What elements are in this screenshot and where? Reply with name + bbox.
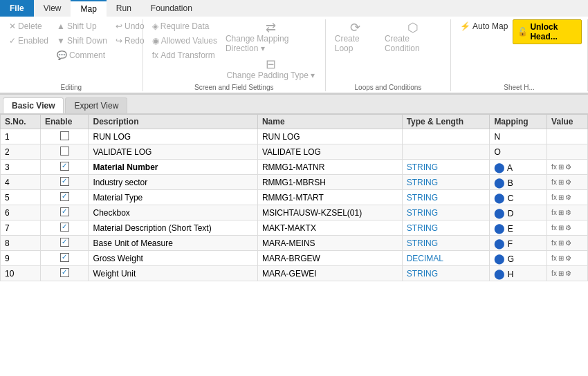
fx-icon[interactable]: fx: [551, 209, 557, 216]
enable-checkbox[interactable]: [60, 131, 69, 140]
ribbon: File View Map Run Foundation ✕ Delete ✓ …: [0, 0, 588, 95]
ribbon-group-loops: ⟳ Create Loop ⬡ Create Condition Loops a…: [326, 19, 451, 91]
fx-icon[interactable]: fx: [551, 254, 557, 262]
enable-checkbox[interactable]: [60, 147, 69, 156]
change-padding-button[interactable]: ⊟ Change Padding Type ▾: [222, 56, 320, 82]
grid-icon[interactable]: ⊞: [558, 209, 564, 216]
mapping-icon[interactable]: ⬤: [494, 177, 505, 188]
mapping-icon[interactable]: ⬤: [494, 162, 505, 173]
enable-checkbox[interactable]: [60, 192, 69, 201]
grid-icon[interactable]: ⊞: [558, 270, 564, 277]
cell-value: [547, 129, 588, 144]
data-table: S.No. Enable Description Name Type & Len…: [0, 114, 588, 281]
enable-checkbox[interactable]: [60, 268, 69, 277]
grid-icon[interactable]: ⊞: [558, 239, 564, 247]
auto-map-button[interactable]: ⚡ Auto Map: [457, 19, 511, 33]
grid-icon[interactable]: ⊞: [558, 163, 564, 171]
mapping-icon[interactable]: ⬤: [494, 207, 505, 218]
table-row: 5 Material Type RMMG1-MTART STRING ⬤ C f…: [1, 190, 588, 205]
settings-icon[interactable]: ⚙: [565, 254, 571, 262]
cell-type: STRING: [402, 220, 490, 236]
cell-sno: 6: [1, 205, 41, 220]
table-row: 7 Material Description (Short Text) MAKT…: [1, 220, 588, 236]
enable-checkbox[interactable]: [60, 223, 69, 232]
sheet-items: ⚡ Auto Map 🔓 Unlock Head...: [457, 19, 582, 44]
comment-button[interactable]: 💬 Comment: [53, 48, 111, 62]
settings-icon[interactable]: ⚙: [565, 270, 571, 277]
cell-enable[interactable]: [40, 190, 89, 205]
settings-icon[interactable]: ⚙: [565, 224, 571, 232]
require-data-button[interactable]: ◈ Require Data: [149, 19, 221, 33]
tab-map[interactable]: Map: [71, 0, 106, 17]
enable-checkbox[interactable]: [60, 177, 69, 186]
cell-enable[interactable]: [40, 175, 89, 190]
cell-enable[interactable]: [40, 266, 89, 281]
tab-run[interactable]: Run: [107, 0, 141, 17]
mapping-icon[interactable]: ⬤: [494, 253, 505, 264]
mapping-icon[interactable]: ⬤: [494, 268, 505, 279]
tab-basic-view[interactable]: Basic View: [3, 97, 64, 113]
cell-enable[interactable]: [40, 205, 89, 220]
cell-sno: 4: [1, 175, 41, 190]
settings-icon[interactable]: ⚙: [565, 209, 571, 216]
settings-icon[interactable]: ⚙: [565, 194, 571, 201]
cell-enable[interactable]: [40, 220, 89, 236]
allowed-values-icon: ◉: [152, 36, 159, 46]
enable-checkbox[interactable]: [60, 162, 69, 171]
tab-expert-view[interactable]: Expert View: [65, 97, 127, 113]
cell-type: STRING: [402, 205, 490, 220]
cell-enable[interactable]: [40, 129, 89, 144]
shift-up-button[interactable]: ▲ Shift Up: [53, 19, 111, 33]
cell-name: MARA-BRGEW: [257, 251, 402, 266]
grid-icon[interactable]: ⊞: [558, 224, 564, 232]
cell-enable[interactable]: [40, 144, 89, 160]
ribbon-content: ✕ Delete ✓ Enabled ▲ Shift Up ▼: [0, 17, 588, 94]
delete-button[interactable]: ✕ Delete: [6, 19, 52, 33]
cell-name: RMMG1-MTART: [257, 190, 402, 205]
cell-value: fx ⊞ ⚙: [547, 175, 588, 190]
settings-icon[interactable]: ⚙: [565, 163, 571, 171]
enabled-button[interactable]: ✓ Enabled: [6, 34, 52, 48]
cell-enable[interactable]: [40, 236, 89, 251]
enable-checkbox[interactable]: [60, 207, 69, 216]
settings-icon[interactable]: ⚙: [565, 178, 571, 186]
shift-down-icon: ▼: [57, 36, 65, 46]
fx-icon[interactable]: fx: [551, 270, 557, 277]
cell-enable[interactable]: [40, 251, 89, 266]
grid-icon[interactable]: ⊞: [558, 194, 564, 201]
fx-icon[interactable]: fx: [551, 239, 557, 247]
grid-icon[interactable]: ⊞: [558, 254, 564, 262]
create-condition-button[interactable]: ⬡ Create Condition: [381, 19, 445, 55]
row-actions: fx ⊞ ⚙: [551, 254, 583, 262]
grid-icon[interactable]: ⊞: [558, 178, 564, 186]
allowed-values-button[interactable]: ◉ Allowed Values: [149, 34, 221, 48]
cell-value: fx ⊞ ⚙: [547, 160, 588, 175]
change-mapping-button[interactable]: ⇄ Change Mapping Direction ▾: [222, 19, 320, 55]
mapping-icon[interactable]: ⬤: [494, 192, 505, 203]
sheet-label: Sheet H...: [457, 82, 582, 91]
tab-foundation[interactable]: Foundation: [141, 0, 202, 17]
shift-down-button[interactable]: ▼ Shift Down: [53, 34, 111, 48]
tab-view[interactable]: View: [34, 0, 71, 17]
mapping-icon[interactable]: ⬤: [494, 223, 505, 234]
mapping-icon[interactable]: ⬤: [494, 238, 505, 249]
tab-file[interactable]: File: [0, 0, 34, 17]
create-loop-button[interactable]: ⟳ Create Loop: [331, 19, 380, 55]
fx-icon[interactable]: fx: [551, 224, 557, 232]
col-type: Type & Length: [402, 115, 490, 129]
col-mapping: Mapping: [490, 115, 547, 129]
enable-checkbox[interactable]: [60, 238, 69, 247]
cell-desc: VALIDATE LOG: [89, 144, 257, 160]
type-decimal: DECIMAL: [407, 254, 443, 263]
enable-checkbox[interactable]: [60, 253, 69, 262]
settings-icon[interactable]: ⚙: [565, 239, 571, 247]
fx-icon[interactable]: fx: [551, 163, 557, 171]
fx-icon[interactable]: fx: [551, 194, 557, 201]
fx-icon[interactable]: fx: [551, 178, 557, 186]
edit-col2: ▲ Shift Up ▼ Shift Down 💬 Comment: [53, 19, 111, 62]
add-transform-button[interactable]: fx Add Transform: [149, 48, 221, 62]
undo-icon: ↩: [116, 21, 122, 31]
unlock-headers-ribbon-button[interactable]: 🔓 Unlock Head...: [513, 19, 582, 44]
cell-enable[interactable]: [40, 160, 89, 175]
screen-col1: ◈ Require Data ◉ Allowed Values fx Add T…: [149, 19, 221, 62]
